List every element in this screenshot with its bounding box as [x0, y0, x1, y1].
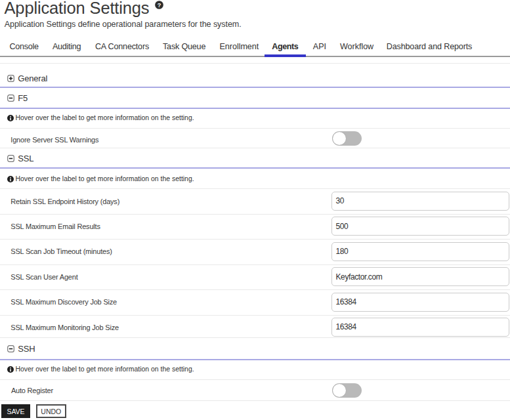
svg-text:?: ? — [157, 2, 161, 9]
